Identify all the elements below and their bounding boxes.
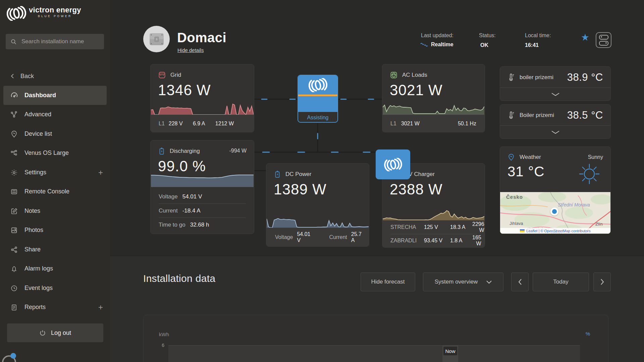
- battery-soc-value: 99.0 %: [158, 158, 206, 175]
- gear-icon: [10, 169, 18, 176]
- card-title: boiler prizemi: [520, 74, 562, 81]
- battery-sparkline: [151, 174, 254, 187]
- sidebar-item-label: Remote Console: [24, 188, 69, 195]
- grid-current: 6.9 A: [193, 121, 205, 127]
- card-title: DC Power: [285, 171, 311, 178]
- dc-current: 25.7 A: [351, 231, 362, 243]
- photo-icon: [10, 227, 18, 234]
- weather-condition: Sunny: [588, 154, 603, 160]
- victron-swirl-icon: [384, 158, 402, 171]
- grid-l1-power: 1212 W: [215, 121, 234, 127]
- expand-button[interactable]: [500, 125, 610, 138]
- sidebar-item-remote-console[interactable]: Remote Console: [3, 182, 107, 201]
- battery-power: -994 W: [229, 148, 247, 154]
- dc-current-label: Current: [329, 234, 347, 240]
- next-day-button[interactable]: [593, 273, 611, 291]
- weather-card: Weather Sunny 31 °C Česko Střední Morava…: [500, 146, 611, 234]
- weather-map[interactable]: Česko Střední Morava Jihlava Jihovýchod …: [500, 192, 610, 234]
- sidebar-item-label: Settings: [24, 169, 46, 176]
- sidebar-item-settings[interactable]: Settings +: [3, 163, 107, 182]
- chevron-right-icon: [600, 279, 604, 285]
- plus-icon[interactable]: +: [98, 303, 103, 312]
- sidebar-item-dashboard[interactable]: Dashboard: [3, 86, 107, 105]
- card-title: Boiler prizemi: [520, 112, 562, 119]
- battery-row: Current-18.4 A: [159, 204, 246, 218]
- card-title: Weather: [520, 154, 541, 161]
- sidebar-item-label: Event logs: [24, 285, 53, 292]
- report-icon: [10, 304, 18, 311]
- card-title: Discharging: [170, 148, 200, 155]
- today-button[interactable]: Today: [533, 273, 589, 291]
- now-badge: Now: [443, 347, 457, 355]
- location-pin-icon: [507, 154, 515, 161]
- phase-label: L1: [390, 121, 396, 127]
- pv-tracker-row: STRECHA 125 V 18.3 A 2296 W: [382, 221, 485, 234]
- card-title: AC Loads: [402, 72, 427, 78]
- y-axis-tick: 6: [156, 343, 164, 348]
- sidebar-item-reports[interactable]: Reports +: [3, 298, 107, 317]
- gauge-icon: [10, 92, 18, 99]
- mppt-node[interactable]: [376, 149, 410, 179]
- sidebar-item-notes[interactable]: Notes: [3, 201, 107, 221]
- power-icon: [39, 329, 46, 336]
- now-column: Now: [442, 346, 458, 362]
- chart-plot-area[interactable]: Now: [168, 345, 580, 362]
- grid-card: Grid 1346 W L1 228 V 6.9 A 1212 W: [150, 64, 254, 132]
- temperature-card-2: Boiler prizemi 38.5 °C: [500, 104, 611, 139]
- overview-select[interactable]: System overview: [423, 273, 503, 291]
- plus-icon[interactable]: +: [98, 168, 103, 177]
- grid-power-value: 1346 W: [158, 82, 211, 99]
- weather-temperature: 31 °C: [507, 164, 545, 180]
- notification-dot: [10, 353, 16, 359]
- sidebar-item-photos[interactable]: Photos: [3, 221, 107, 240]
- sitemap-icon: [10, 149, 18, 157]
- chevron-down-icon: [486, 281, 492, 284]
- temperature-value: 38.5 °C: [567, 109, 603, 121]
- sidebar-item-alarm-logs[interactable]: Alarm logs: [3, 259, 107, 278]
- notes-icon: [10, 207, 18, 215]
- ac-l1-power: 3021 W: [401, 121, 420, 127]
- share-icon: [10, 246, 18, 253]
- map-label-region: Střední Morava: [558, 202, 590, 207]
- sidebar-item-label: Venus OS Large: [24, 149, 69, 157]
- brand-name: victron energy: [29, 6, 81, 14]
- hide-forecast-button[interactable]: Hide forecast: [361, 273, 415, 291]
- grid-meter-icon: [158, 71, 166, 79]
- sidebar-item-event-logs[interactable]: Event logs: [3, 279, 107, 298]
- dc-voltage: 54.01 V: [297, 231, 310, 243]
- dc-power-sparkline: [267, 213, 369, 228]
- search-input[interactable]: [21, 38, 99, 45]
- chevron-left-icon: [10, 73, 15, 79]
- victron-logo: victron energy BLUE POWER: [7, 6, 81, 21]
- battery-card: Discharging -994 W 99.0 % Voltage54.01 V…: [150, 140, 254, 234]
- map-label-city: Zlín: [595, 222, 603, 227]
- installation-search[interactable]: [6, 34, 104, 49]
- logout-label: Log out: [51, 329, 71, 337]
- console-icon: [10, 188, 18, 195]
- y-axis-unit: kWh: [159, 331, 169, 337]
- ac-loads-sparkline: [383, 100, 484, 115]
- ac-loads-power-value: 3021 W: [390, 82, 443, 99]
- nodes-icon: [10, 111, 18, 118]
- installation-data-section: Installation data Hide forecast System o…: [110, 256, 644, 362]
- sidebar-item-label: Dashboard: [24, 92, 56, 99]
- sidebar-item-venus-os-large[interactable]: Venus OS Large: [3, 143, 107, 163]
- map-label-country: Česko: [506, 194, 523, 200]
- back-button[interactable]: Back: [10, 70, 34, 82]
- sidebar-item-label: Photos: [24, 227, 43, 234]
- inverter-node[interactable]: Assisting: [298, 75, 338, 123]
- battery-icon: [158, 147, 165, 155]
- sidebar-item-label: Advanced: [24, 111, 51, 118]
- logout-button[interactable]: Log out: [7, 323, 103, 342]
- prev-day-button[interactable]: [511, 273, 529, 291]
- sidebar-item-advanced[interactable]: Advanced: [3, 105, 107, 124]
- thermometer-icon: [507, 73, 515, 81]
- sidebar-item-share[interactable]: Share: [3, 240, 107, 259]
- expand-button[interactable]: [500, 87, 610, 101]
- outlet-icon: [390, 71, 398, 79]
- sidebar-item-label: Share: [24, 246, 41, 253]
- sidebar-item-device-list[interactable]: Device list: [3, 124, 107, 143]
- grid-sparkline: [151, 100, 254, 115]
- location-pin-icon: [10, 130, 18, 138]
- map-marker: [550, 207, 558, 216]
